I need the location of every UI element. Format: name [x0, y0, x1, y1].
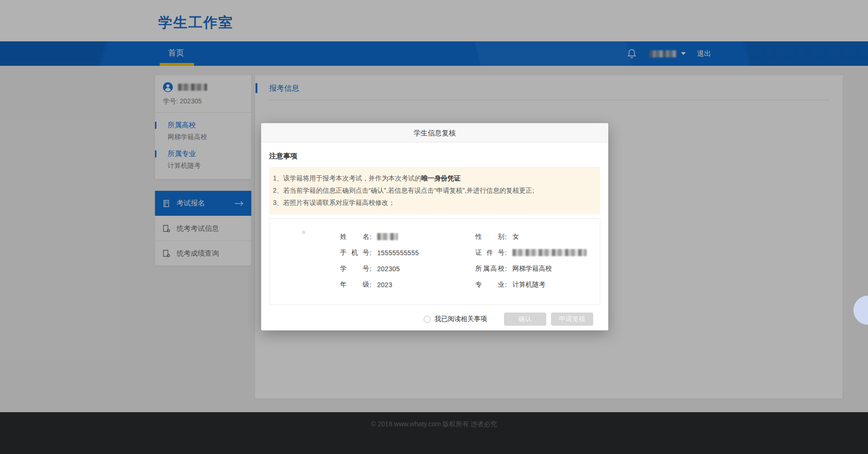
photo-placeholder	[302, 231, 305, 234]
field-name: 姓名:	[340, 232, 475, 242]
notice-item-2: 2、 若当前学籍的信息正确则点击“确认”,若信息有误点击“申请复核”,并进行信息…	[273, 184, 596, 196]
field-label: 证件号	[475, 249, 504, 257]
name-value-redacted	[377, 233, 398, 240]
field-colon: :	[505, 233, 507, 241]
field-colon: :	[370, 249, 372, 257]
field-label: 专业	[475, 281, 504, 289]
field-grade: 年级: 2023	[340, 280, 475, 290]
notice-number: 3、	[273, 196, 283, 209]
modal-body: 注意事项 1、 该学籍将用于报考本次考试，并作为本次考试的唯一身份凭证 2、 若…	[261, 142, 608, 326]
field-school: 所属高校: 网梯学籍高校	[475, 264, 587, 274]
notice-text: 该学籍将用于报考本次考试，并作为本次考试的	[283, 174, 421, 182]
school-value: 网梯学籍高校	[512, 265, 552, 273]
notice-item-1: 1、 该学籍将用于报考本次考试，并作为本次考试的唯一身份凭证	[273, 172, 596, 184]
field-colon: :	[505, 281, 507, 289]
apply-review-button[interactable]: 申请复核	[551, 313, 593, 326]
field-colon: :	[505, 265, 507, 273]
field-label: 手机号	[340, 249, 369, 257]
notice-box: 1、 该学籍将用于报考本次考试，并作为本次考试的唯一身份凭证 2、 若当前学籍的…	[269, 167, 600, 214]
field-student-no: 学号: 202305	[340, 264, 475, 274]
notice-item-3: 3、 若照片有误请联系对应学籍高校修改；	[273, 196, 596, 209]
field-label: 姓名	[340, 233, 369, 241]
field-label: 所属高校	[475, 265, 504, 273]
field-colon: :	[505, 249, 507, 257]
major-value: 计算机随考	[512, 281, 545, 289]
notice-bold-text: 唯一身份凭证	[421, 174, 461, 182]
screen: 学生工作室 首页 退出	[0, 0, 868, 454]
agree-checkbox[interactable]	[424, 316, 431, 323]
notice-heading: 注意事项	[269, 152, 600, 161]
student-info-fields: 姓名: 性别: 女 手机号: 15555555555 证件号:	[340, 232, 587, 290]
agree-label[interactable]: 我已阅读相关事项	[434, 315, 487, 323]
field-label: 学号	[340, 265, 369, 273]
modal-title: 学生信息复核	[261, 123, 608, 142]
field-colon: :	[370, 233, 372, 241]
grade-value: 2023	[377, 281, 392, 289]
field-major: 专业: 计算机随考	[475, 280, 587, 290]
notice-number: 2、	[273, 184, 283, 196]
gender-value: 女	[512, 233, 519, 241]
field-label: 年级	[340, 281, 369, 289]
field-colon: :	[370, 265, 372, 273]
notice-number: 1、	[273, 172, 283, 184]
phone-value: 15555555555	[377, 249, 419, 257]
student-info-review-modal: 学生信息复核 注意事项 1、 该学籍将用于报考本次考试，并作为本次考试的唯一身份…	[261, 123, 608, 330]
field-gender: 性别: 女	[475, 232, 587, 242]
student-info-panel: 姓名: 性别: 女 手机号: 15555555555 证件号:	[269, 218, 600, 305]
field-colon: :	[370, 281, 372, 289]
field-idcard: 证件号:	[475, 248, 587, 258]
field-label: 性别	[475, 233, 504, 241]
student-no-value: 202305	[377, 265, 400, 273]
idcard-value-redacted	[512, 249, 587, 256]
field-phone: 手机号: 15555555555	[340, 248, 475, 258]
confirm-button[interactable]: 确认	[504, 313, 546, 326]
modal-footer: 我已阅读相关事项 确认 申请复核	[269, 305, 600, 326]
notice-text: 若当前学籍的信息正确则点击“确认”,若信息有误点击“申请复核”,并进行信息的复核…	[283, 184, 534, 196]
notice-text: 若照片有误请联系对应学籍高校修改；	[283, 196, 395, 209]
